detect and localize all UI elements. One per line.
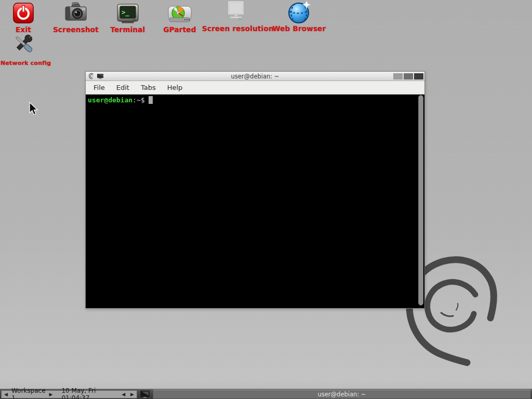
desktop-icon-screenshot[interactable]: Screenshot xyxy=(51,1,101,34)
desktop-icon-terminal[interactable]: >_ Terminal xyxy=(103,1,153,34)
desktop-icon-exit[interactable]: Exit xyxy=(3,1,44,34)
prompt-path: ~ xyxy=(137,96,141,104)
scrollbar-thumb[interactable] xyxy=(418,95,423,305)
shell-prompt: user@debian:~$ xyxy=(88,96,422,104)
workspace-pager: ◀ Workspace 1 ▶ 10 May, Fri 01:04:37 ◀ ▶ xyxy=(1,390,137,398)
desktop-icon-label: GParted xyxy=(156,25,203,34)
desktop-icon-web-browser[interactable]: Web Browser xyxy=(271,0,328,33)
terminal-scrollbar[interactable] xyxy=(418,95,423,305)
svg-text:>_: >_ xyxy=(122,9,129,17)
clock-next-icon[interactable]: ▶ xyxy=(128,391,137,398)
maximize-button[interactable] xyxy=(404,73,413,79)
menu-file[interactable]: File xyxy=(89,82,110,93)
terminal-content[interactable]: user@debian:~$ xyxy=(86,95,424,308)
mouse-cursor xyxy=(29,102,40,116)
window-titlebar[interactable]: user@debian: ~ xyxy=(86,72,424,81)
desktop-icon-screen-resolution[interactable]: Screen resolution xyxy=(202,0,270,33)
menu-tabs[interactable]: Tabs xyxy=(136,82,161,93)
show-desktop-button[interactable] xyxy=(138,390,152,399)
window-menubar: File Edit Tabs Help xyxy=(86,81,424,95)
monitor-icon xyxy=(202,0,270,24)
desktop-icon-network-config[interactable]: Network config xyxy=(1,35,48,66)
workspace-next-icon[interactable]: ▶ xyxy=(47,391,56,398)
menu-edit[interactable]: Edit xyxy=(112,82,134,93)
desktop-icon-label: Screen resolution xyxy=(202,24,270,33)
desktop-icon-label: Network config xyxy=(1,60,48,66)
terminal-crt-icon: >_ xyxy=(103,1,153,25)
clock-prev-icon[interactable]: ◀ xyxy=(119,391,128,398)
desktop-icon-label: Screenshot xyxy=(51,25,101,34)
desktop-icon-label: Terminal xyxy=(103,25,153,34)
close-button[interactable] xyxy=(414,73,423,79)
menu-help[interactable]: Help xyxy=(163,82,188,93)
taskbar-window-button[interactable]: user@debian: ~ xyxy=(153,390,531,399)
tools-icon xyxy=(1,35,48,59)
prompt-dollar: $ xyxy=(141,96,145,104)
desktop-icon-gparted[interactable]: GParted xyxy=(156,1,203,34)
terminal-cursor xyxy=(149,96,153,104)
prompt-user-host: user@debian xyxy=(88,96,132,104)
window-title: user@debian: ~ xyxy=(86,73,424,80)
prompt-colon: : xyxy=(132,96,137,104)
workspace-label: Workspace 1 xyxy=(10,387,47,399)
desktop: { "desktop": { "icons": { "exit": { "lab… xyxy=(0,0,532,399)
camera-icon xyxy=(51,1,101,25)
workspace-prev-icon[interactable]: ◀ xyxy=(2,391,10,398)
disk-partition-icon xyxy=(156,1,203,25)
desktop-icon-label: Web Browser xyxy=(271,24,328,33)
desktop-monitor-icon xyxy=(140,391,150,398)
taskbar-clock: 10 May, Fri 01:04:37 xyxy=(61,387,114,399)
taskbar: ◀ Workspace 1 ▶ 10 May, Fri 01:04:37 ◀ ▶… xyxy=(0,389,532,399)
power-icon xyxy=(3,1,44,25)
globe-icon xyxy=(271,0,328,24)
terminal-window: user@debian: ~ File Edit Tabs Help user@… xyxy=(85,71,425,309)
minimize-button[interactable] xyxy=(393,73,403,79)
